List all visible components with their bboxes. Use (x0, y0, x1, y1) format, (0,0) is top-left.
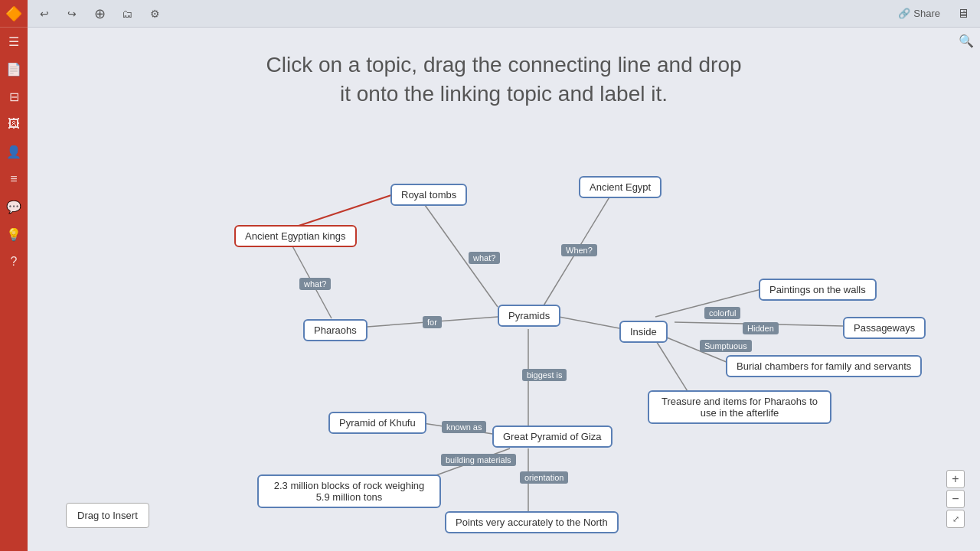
settings-button[interactable]: ⚙ (144, 3, 165, 24)
edge-label-known-as: known as (442, 421, 486, 433)
monitor-icon[interactable]: 🖥 (952, 3, 974, 24)
svg-line-5 (559, 317, 619, 328)
edge-label-what2: what? (299, 278, 331, 290)
folder-button[interactable]: 🗂 (116, 3, 138, 24)
sidebar-icon-image[interactable]: 🖼 (0, 110, 28, 138)
sidebar-icon-user[interactable]: 👤 (0, 138, 28, 165)
svg-line-8 (663, 336, 732, 364)
edge-label-when: When? (561, 244, 597, 256)
svg-line-11 (418, 422, 498, 435)
search-icon[interactable]: 🔍 (959, 34, 974, 48)
svg-line-6 (675, 322, 843, 326)
sidebar-icon-help[interactable]: ? (0, 248, 28, 276)
canvas[interactable]: 🔍 Click on a topic, drag the connecting … (28, 28, 980, 551)
edge-label-hidden: Hidden (743, 322, 779, 334)
zoom-controls: + − ⤢ (946, 470, 965, 528)
svg-line-0 (292, 194, 394, 228)
share-button[interactable]: 🔗 Share (892, 6, 946, 21)
svg-line-7 (655, 289, 761, 317)
share-label: Share (913, 8, 940, 19)
edge-label-building-materials: building materials (441, 454, 516, 466)
node-great-pyramid[interactable]: Great Pyramid of Giza (492, 425, 612, 448)
edge-label-biggest-is: biggest is (522, 369, 567, 381)
toolbar: ↩ ↪ ⊕ 🗂 ⚙ 🔗 Share 🖥 (28, 0, 980, 28)
node-passageways[interactable]: Passageways (843, 317, 926, 339)
svg-line-2 (543, 192, 612, 307)
zoom-out-button[interactable]: − (946, 490, 965, 508)
edge-label-what1: what? (469, 252, 500, 264)
sidebar: 🔶 ☰ 📄 ⊟ 🖼 👤 ≡ 💬 💡 ? (0, 0, 28, 551)
node-pyramid-khufu[interactable]: Pyramid of Khufu (328, 412, 426, 434)
undo-button[interactable]: ↩ (34, 3, 55, 24)
zoom-in-button[interactable]: + (946, 470, 965, 488)
drag-insert-button[interactable]: Drag to Insert (66, 503, 149, 528)
node-blocks[interactable]: 2.3 million blocks of rock weighing 5.9 … (257, 474, 441, 508)
node-pharaohs[interactable]: Pharaohs (303, 319, 368, 341)
node-pyramids[interactable]: Pyramids (498, 305, 560, 327)
edge-label-sumptuous: Sumptuous (700, 340, 752, 352)
svg-line-1 (425, 205, 498, 307)
node-points-north[interactable]: Points very accurately to the North (445, 511, 619, 533)
sidebar-icon-list[interactable]: ≡ (0, 165, 28, 193)
app-logo[interactable]: 🔶 (0, 0, 28, 28)
sidebar-icon-layers[interactable]: ⊟ (0, 83, 28, 110)
node-ancient-egyptian-kings[interactable]: Ancient Egyptian kings (234, 225, 357, 247)
sidebar-icon-chat[interactable]: 💬 (0, 193, 28, 220)
node-ancient-egypt[interactable]: Ancient Egypt (579, 176, 662, 198)
zoom-fit-button[interactable]: ⤢ (946, 510, 965, 528)
node-burial[interactable]: Burial chambers for family and servants (726, 355, 922, 377)
share-icon: 🔗 (898, 8, 910, 19)
node-inside[interactable]: Inside (619, 321, 668, 343)
svg-line-3 (291, 243, 332, 318)
edge-label-orientation: orientation (520, 471, 568, 484)
edge-label-for: for (423, 316, 442, 328)
edge-label-colorful: colorful (704, 307, 740, 319)
node-royal-tombs[interactable]: Royal tombs (390, 184, 467, 206)
instruction-text: Click on a topic, drag the connecting li… (236, 51, 772, 109)
sidebar-icon-doc[interactable]: 📄 (0, 55, 28, 83)
main-area: ↩ ↪ ⊕ 🗂 ⚙ 🔗 Share 🖥 🔍 Click on a topic, … (28, 0, 980, 551)
redo-button[interactable]: ↪ (61, 3, 83, 24)
node-treasure[interactable]: Treasure and items for Pharaohs to use i… (648, 390, 831, 424)
node-paintings[interactable]: Paintings on the walls (759, 279, 877, 301)
sidebar-icon-bulb[interactable]: 💡 (0, 220, 28, 248)
sidebar-icon-menu[interactable]: ☰ (0, 28, 28, 55)
svg-line-4 (357, 317, 498, 328)
add-button[interactable]: ⊕ (89, 3, 110, 24)
